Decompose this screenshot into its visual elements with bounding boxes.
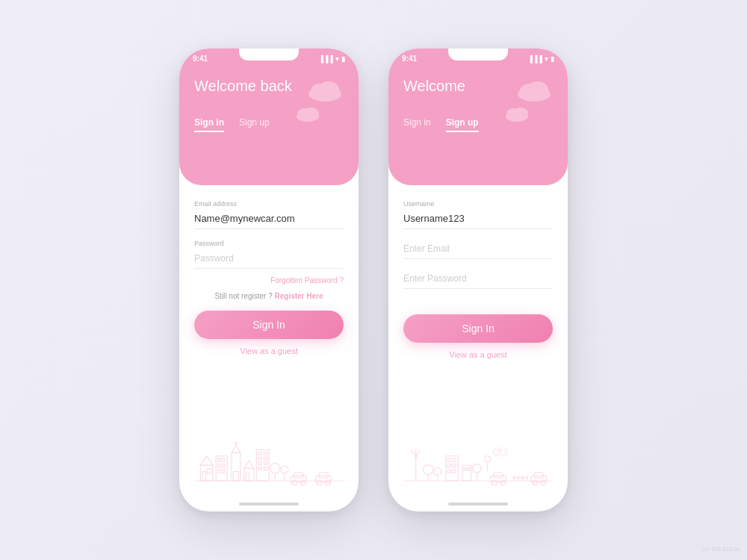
email-input[interactable] bbox=[194, 210, 344, 229]
svg-rect-32 bbox=[258, 467, 261, 470]
signin-button-right[interactable]: Sign In bbox=[403, 314, 553, 343]
wifi-icon-right: ▾ bbox=[545, 55, 548, 63]
svg-rect-30 bbox=[258, 462, 261, 464]
svg-rect-39 bbox=[294, 473, 303, 478]
battery-icon-right: ▮ bbox=[551, 55, 554, 63]
svg-rect-9 bbox=[208, 468, 211, 473]
svg-rect-65 bbox=[447, 464, 450, 467]
tab-signup-right[interactable]: Sign up bbox=[446, 117, 479, 132]
guest-link-left[interactable]: View as a guest bbox=[194, 346, 344, 355]
svg-rect-26 bbox=[258, 452, 261, 455]
register-row: Still not register ? Register Here bbox=[194, 292, 344, 300]
password-field-group: Password bbox=[194, 240, 344, 269]
svg-marker-18 bbox=[232, 445, 241, 453]
svg-rect-89 bbox=[534, 473, 544, 478]
city-illustration-left bbox=[194, 432, 344, 492]
guest-link-right[interactable]: View as a guest bbox=[403, 350, 553, 359]
svg-rect-63 bbox=[447, 458, 450, 461]
svg-rect-71 bbox=[468, 468, 470, 470]
register-link[interactable]: Register Here bbox=[275, 292, 323, 300]
cloud-decoration-4 bbox=[504, 107, 530, 125]
svg-rect-14 bbox=[223, 464, 225, 467]
signin-button-left[interactable]: Sign In bbox=[194, 311, 344, 339]
cloud-decoration-3 bbox=[515, 81, 553, 105]
left-phone-body: Email address Password Forgotten Passwor… bbox=[179, 185, 359, 500]
svg-rect-21 bbox=[234, 472, 239, 482]
notch bbox=[239, 49, 299, 60]
svg-marker-7 bbox=[200, 456, 213, 466]
status-icons-right: ▐▐▐ ▾ ▮ bbox=[528, 55, 554, 63]
signup-fields: Username bbox=[403, 200, 553, 299]
signal-icon-right: ▐▐▐ bbox=[528, 55, 542, 63]
svg-rect-29 bbox=[264, 457, 267, 459]
password-signup-field-group bbox=[403, 270, 553, 289]
time-left: 9:41 bbox=[193, 55, 208, 63]
right-header: Welcome Sign in Sign up bbox=[388, 66, 568, 185]
svg-point-58 bbox=[424, 464, 433, 474]
password-input[interactable] bbox=[194, 249, 344, 269]
svg-point-49 bbox=[527, 81, 548, 98]
right-phone-body: Username Sign In View as a guest bbox=[388, 185, 568, 500]
svg-rect-31 bbox=[264, 462, 267, 464]
city-illustration-right bbox=[403, 432, 553, 492]
svg-point-72 bbox=[473, 464, 482, 473]
svg-point-60 bbox=[434, 468, 441, 476]
right-phone: 9:41 ▐▐▐ ▾ ▮ Welcome Sign in Sig bbox=[388, 49, 568, 511]
username-field-group: Username bbox=[403, 200, 553, 229]
email-label: Email address bbox=[194, 200, 344, 208]
svg-rect-27 bbox=[264, 452, 267, 455]
battery-icon: ▮ bbox=[341, 55, 345, 63]
svg-rect-28 bbox=[258, 457, 261, 459]
wifi-icon: ▾ bbox=[335, 55, 339, 63]
time-right: 9:41 bbox=[402, 55, 417, 63]
svg-rect-8 bbox=[202, 472, 206, 482]
username-input[interactable] bbox=[403, 210, 553, 229]
tab-bar-left: Sign in Sign up bbox=[194, 117, 344, 140]
svg-rect-17 bbox=[232, 453, 241, 482]
password-label: Password bbox=[194, 240, 344, 247]
tab-signin-right[interactable]: Sign in bbox=[403, 117, 431, 132]
notch-right bbox=[448, 49, 508, 60]
tab-bar-right: Sign in Sign up bbox=[403, 117, 553, 140]
home-indicator-left bbox=[239, 503, 299, 505]
cloud-decoration-2 bbox=[295, 107, 321, 125]
svg-rect-33 bbox=[264, 467, 267, 470]
svg-rect-80 bbox=[494, 473, 503, 478]
svg-rect-66 bbox=[453, 464, 456, 467]
watermark: UI DESIGN bbox=[702, 546, 740, 553]
register-text: Still not register ? bbox=[214, 292, 272, 300]
svg-rect-64 bbox=[453, 458, 456, 461]
forgotten-password-link[interactable]: Forgotten Password ? bbox=[194, 276, 344, 284]
cloud-decoration-1 bbox=[306, 81, 344, 105]
password-signup-input[interactable] bbox=[403, 270, 553, 289]
svg-rect-67 bbox=[447, 470, 450, 473]
svg-rect-43 bbox=[319, 473, 329, 478]
svg-point-2 bbox=[318, 81, 339, 98]
svg-point-78 bbox=[499, 448, 508, 454]
email-field-group: Email address bbox=[194, 200, 344, 229]
email-signup-input[interactable] bbox=[403, 240, 553, 259]
tab-signin-left[interactable]: Sign in bbox=[194, 117, 224, 132]
status-icons-left: ▐▐▐ ▾ ▮ bbox=[319, 55, 345, 63]
svg-point-52 bbox=[513, 108, 528, 119]
svg-rect-15 bbox=[218, 470, 220, 473]
svg-point-5 bbox=[304, 108, 319, 119]
svg-rect-16 bbox=[223, 470, 225, 473]
left-phone: 9:41 ▐▐▐ ▾ ▮ Welcome back Sign in bbox=[179, 49, 359, 511]
svg-rect-13 bbox=[218, 464, 220, 467]
svg-rect-70 bbox=[464, 468, 466, 470]
signal-icon: ▐▐▐ bbox=[319, 55, 333, 63]
svg-point-57 bbox=[415, 455, 417, 457]
svg-point-74 bbox=[484, 456, 490, 462]
svg-rect-24 bbox=[246, 473, 249, 481]
tab-signup-left[interactable]: Sign up bbox=[239, 117, 270, 132]
svg-point-36 bbox=[281, 466, 288, 473]
svg-rect-12 bbox=[223, 458, 225, 461]
left-header: Welcome back Sign in Sign up bbox=[179, 66, 359, 185]
svg-rect-11 bbox=[218, 458, 220, 461]
email-signup-field-group bbox=[403, 240, 553, 259]
username-label: Username bbox=[403, 200, 553, 208]
home-indicator-right bbox=[448, 503, 508, 505]
svg-point-34 bbox=[270, 464, 280, 473]
svg-marker-23 bbox=[244, 461, 254, 468]
